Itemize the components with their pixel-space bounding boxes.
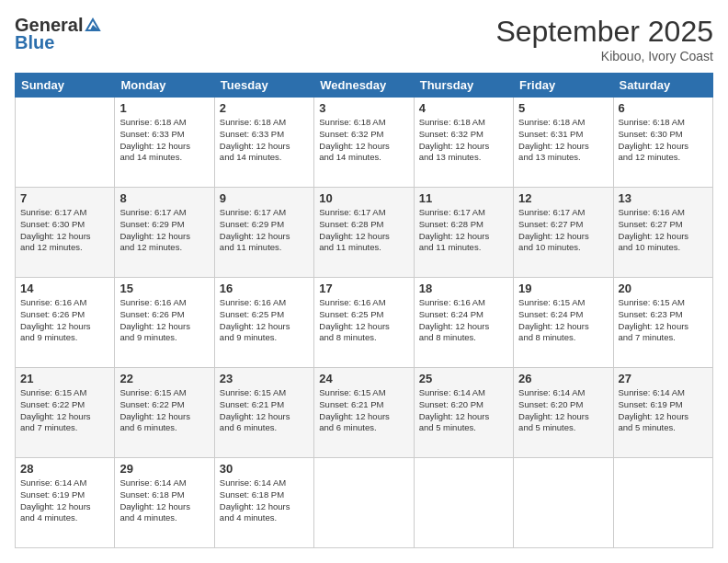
calendar-cell: 17Sunrise: 6:16 AM Sunset: 6:25 PM Dayli… bbox=[314, 278, 414, 368]
calendar-cell: 8Sunrise: 6:17 AM Sunset: 6:29 PM Daylig… bbox=[115, 188, 214, 278]
calendar-cell: 24Sunrise: 6:15 AM Sunset: 6:21 PM Dayli… bbox=[314, 368, 414, 458]
calendar-cell: 9Sunrise: 6:17 AM Sunset: 6:29 PM Daylig… bbox=[214, 188, 313, 278]
calendar-cell: 28Sunrise: 6:14 AM Sunset: 6:19 PM Dayli… bbox=[16, 458, 115, 548]
day-info: Sunrise: 6:18 AM Sunset: 6:32 PM Dayligh… bbox=[419, 117, 508, 164]
calendar-cell: 3Sunrise: 6:18 AM Sunset: 6:32 PM Daylig… bbox=[314, 98, 414, 188]
day-info: Sunrise: 6:18 AM Sunset: 6:30 PM Dayligh… bbox=[619, 117, 708, 164]
calendar-cell: 21Sunrise: 6:15 AM Sunset: 6:22 PM Dayli… bbox=[16, 368, 115, 458]
day-info: Sunrise: 6:17 AM Sunset: 6:30 PM Dayligh… bbox=[20, 207, 109, 254]
day-number: 9 bbox=[220, 191, 309, 205]
day-number: 13 bbox=[619, 191, 708, 205]
day-info: Sunrise: 6:16 AM Sunset: 6:27 PM Dayligh… bbox=[619, 207, 708, 254]
calendar-cell: 12Sunrise: 6:17 AM Sunset: 6:27 PM Dayli… bbox=[514, 188, 613, 278]
day-number: 8 bbox=[119, 191, 209, 205]
calendar-cell: 19Sunrise: 6:15 AM Sunset: 6:24 PM Dayli… bbox=[514, 278, 613, 368]
day-number: 24 bbox=[319, 372, 408, 385]
day-number: 15 bbox=[119, 282, 209, 295]
calendar-cell bbox=[613, 458, 712, 548]
day-info: Sunrise: 6:18 AM Sunset: 6:33 PM Dayligh… bbox=[119, 117, 209, 164]
calendar-cell: 11Sunrise: 6:17 AM Sunset: 6:28 PM Dayli… bbox=[414, 188, 513, 278]
day-number: 25 bbox=[419, 372, 508, 385]
day-info: Sunrise: 6:14 AM Sunset: 6:20 PM Dayligh… bbox=[419, 387, 508, 434]
day-info: Sunrise: 6:15 AM Sunset: 6:22 PM Dayligh… bbox=[20, 387, 109, 434]
calendar-week-2: 14Sunrise: 6:16 AM Sunset: 6:26 PM Dayli… bbox=[16, 278, 713, 368]
day-number: 18 bbox=[419, 282, 508, 295]
day-info: Sunrise: 6:15 AM Sunset: 6:23 PM Dayligh… bbox=[619, 297, 708, 344]
day-info: Sunrise: 6:17 AM Sunset: 6:27 PM Dayligh… bbox=[518, 207, 608, 254]
day-info: Sunrise: 6:17 AM Sunset: 6:28 PM Dayligh… bbox=[319, 207, 408, 254]
calendar-cell: 13Sunrise: 6:16 AM Sunset: 6:27 PM Dayli… bbox=[613, 188, 712, 278]
logo: General Blue bbox=[15, 15, 101, 53]
calendar-cell: 14Sunrise: 6:16 AM Sunset: 6:26 PM Dayli… bbox=[16, 278, 115, 368]
calendar-cell: 6Sunrise: 6:18 AM Sunset: 6:30 PM Daylig… bbox=[613, 98, 712, 188]
day-info: Sunrise: 6:15 AM Sunset: 6:21 PM Dayligh… bbox=[220, 387, 309, 434]
day-number: 28 bbox=[20, 462, 109, 476]
calendar-cell bbox=[16, 98, 115, 188]
calendar-week-3: 21Sunrise: 6:15 AM Sunset: 6:22 PM Dayli… bbox=[16, 368, 713, 458]
location: Kibouo, Ivory Coast bbox=[495, 49, 713, 63]
month-title: September 2025 bbox=[495, 15, 713, 49]
day-number: 27 bbox=[619, 372, 708, 385]
calendar-cell: 22Sunrise: 6:15 AM Sunset: 6:22 PM Dayli… bbox=[115, 368, 214, 458]
day-info: Sunrise: 6:14 AM Sunset: 6:18 PM Dayligh… bbox=[119, 477, 209, 524]
calendar-cell: 29Sunrise: 6:14 AM Sunset: 6:18 PM Dayli… bbox=[115, 458, 214, 548]
calendar-week-4: 28Sunrise: 6:14 AM Sunset: 6:19 PM Dayli… bbox=[16, 458, 713, 548]
day-number: 22 bbox=[119, 372, 209, 385]
day-info: Sunrise: 6:16 AM Sunset: 6:25 PM Dayligh… bbox=[319, 297, 408, 344]
calendar-cell bbox=[314, 458, 414, 548]
day-number: 26 bbox=[518, 372, 608, 385]
day-number: 3 bbox=[319, 101, 408, 115]
day-info: Sunrise: 6:17 AM Sunset: 6:29 PM Dayligh… bbox=[220, 207, 309, 254]
day-info: Sunrise: 6:18 AM Sunset: 6:32 PM Dayligh… bbox=[319, 117, 408, 164]
day-number: 20 bbox=[619, 282, 708, 295]
calendar-cell: 30Sunrise: 6:14 AM Sunset: 6:18 PM Dayli… bbox=[214, 458, 313, 548]
day-info: Sunrise: 6:16 AM Sunset: 6:24 PM Dayligh… bbox=[419, 297, 508, 344]
calendar-header-thursday: Thursday bbox=[414, 74, 513, 98]
calendar-cell bbox=[414, 458, 513, 548]
logo-blue: Blue bbox=[15, 32, 54, 53]
calendar-header-saturday: Saturday bbox=[613, 74, 712, 98]
day-info: Sunrise: 6:15 AM Sunset: 6:24 PM Dayligh… bbox=[518, 297, 608, 344]
day-number: 4 bbox=[419, 101, 508, 115]
day-info: Sunrise: 6:18 AM Sunset: 6:31 PM Dayligh… bbox=[518, 117, 608, 164]
day-info: Sunrise: 6:14 AM Sunset: 6:18 PM Dayligh… bbox=[220, 477, 309, 524]
day-number: 10 bbox=[319, 191, 408, 205]
day-info: Sunrise: 6:14 AM Sunset: 6:19 PM Dayligh… bbox=[619, 387, 708, 434]
calendar-cell: 7Sunrise: 6:17 AM Sunset: 6:30 PM Daylig… bbox=[16, 188, 115, 278]
calendar-cell: 4Sunrise: 6:18 AM Sunset: 6:32 PM Daylig… bbox=[414, 98, 513, 188]
day-number: 19 bbox=[518, 282, 608, 295]
day-number: 23 bbox=[220, 372, 309, 385]
day-number: 29 bbox=[119, 462, 209, 476]
calendar-header-sunday: Sunday bbox=[16, 74, 115, 98]
calendar-cell: 27Sunrise: 6:14 AM Sunset: 6:19 PM Dayli… bbox=[613, 368, 712, 458]
day-info: Sunrise: 6:18 AM Sunset: 6:33 PM Dayligh… bbox=[220, 117, 309, 164]
calendar-header-monday: Monday bbox=[115, 74, 214, 98]
day-number: 7 bbox=[20, 191, 109, 205]
calendar-cell: 1Sunrise: 6:18 AM Sunset: 6:33 PM Daylig… bbox=[115, 98, 214, 188]
day-number: 17 bbox=[319, 282, 408, 295]
calendar-cell: 15Sunrise: 6:16 AM Sunset: 6:26 PM Dayli… bbox=[115, 278, 214, 368]
day-number: 1 bbox=[119, 101, 209, 115]
title-section: September 2025 Kibouo, Ivory Coast bbox=[495, 15, 713, 63]
day-info: Sunrise: 6:14 AM Sunset: 6:20 PM Dayligh… bbox=[518, 387, 608, 434]
day-number: 30 bbox=[220, 462, 309, 476]
calendar-cell: 25Sunrise: 6:14 AM Sunset: 6:20 PM Dayli… bbox=[414, 368, 513, 458]
day-number: 21 bbox=[20, 372, 109, 385]
calendar-cell: 18Sunrise: 6:16 AM Sunset: 6:24 PM Dayli… bbox=[414, 278, 513, 368]
day-info: Sunrise: 6:17 AM Sunset: 6:28 PM Dayligh… bbox=[419, 207, 508, 254]
header: General Blue September 2025 Kibouo, Ivor… bbox=[15, 15, 713, 63]
calendar-header-friday: Friday bbox=[514, 74, 613, 98]
day-info: Sunrise: 6:16 AM Sunset: 6:26 PM Dayligh… bbox=[20, 297, 109, 344]
logo-icon bbox=[85, 17, 101, 34]
calendar-cell: 16Sunrise: 6:16 AM Sunset: 6:25 PM Dayli… bbox=[214, 278, 313, 368]
calendar-cell: 5Sunrise: 6:18 AM Sunset: 6:31 PM Daylig… bbox=[514, 98, 613, 188]
calendar-week-0: 1Sunrise: 6:18 AM Sunset: 6:33 PM Daylig… bbox=[16, 98, 713, 188]
calendar-cell bbox=[514, 458, 613, 548]
calendar-week-1: 7Sunrise: 6:17 AM Sunset: 6:30 PM Daylig… bbox=[16, 188, 713, 278]
day-info: Sunrise: 6:14 AM Sunset: 6:19 PM Dayligh… bbox=[20, 477, 109, 524]
day-number: 5 bbox=[518, 101, 608, 115]
day-number: 12 bbox=[518, 191, 608, 205]
calendar-cell: 26Sunrise: 6:14 AM Sunset: 6:20 PM Dayli… bbox=[514, 368, 613, 458]
calendar-header-row: SundayMondayTuesdayWednesdayThursdayFrid… bbox=[16, 74, 713, 98]
day-info: Sunrise: 6:17 AM Sunset: 6:29 PM Dayligh… bbox=[119, 207, 209, 254]
